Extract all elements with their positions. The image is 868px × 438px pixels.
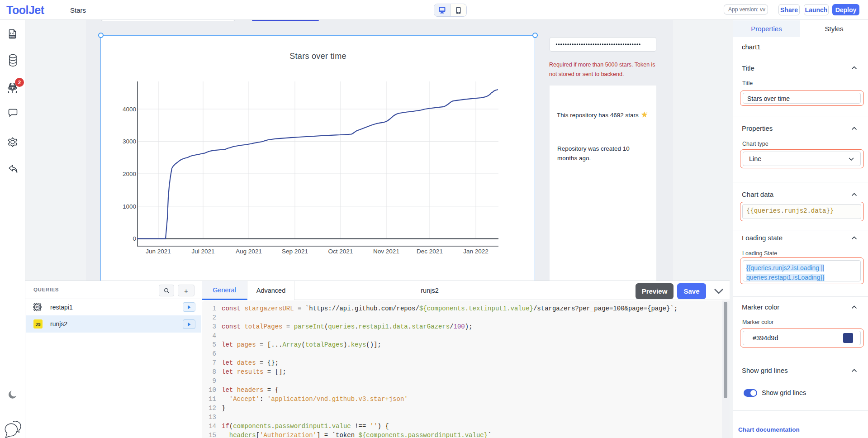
svg-text:API: API [36, 306, 39, 308]
svg-text:JSON: JSON [9, 36, 15, 38]
